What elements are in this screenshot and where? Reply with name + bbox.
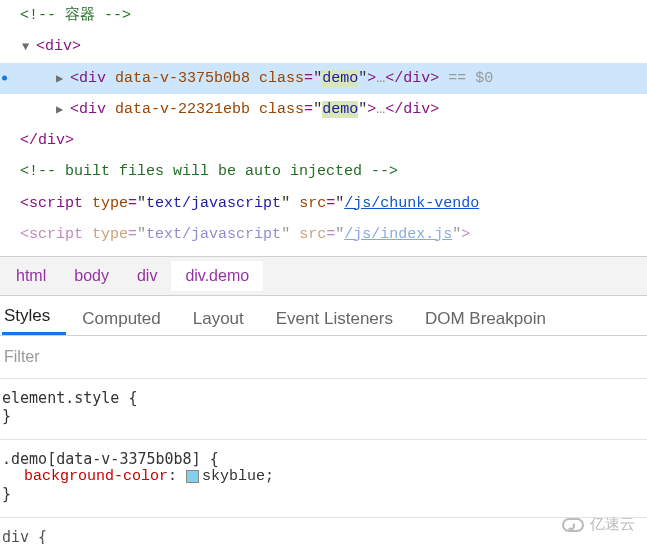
css-property-name: background-color xyxy=(24,468,168,485)
watermark-text: 亿速云 xyxy=(590,515,635,534)
rule-demo-scoped[interactable]: .demo[data-v-3375b0b8] { background-colo… xyxy=(0,440,647,518)
comment-node[interactable]: <!-- built files will be auto injected -… xyxy=(0,156,647,187)
tab-computed[interactable]: Computed xyxy=(80,301,176,335)
color-swatch-icon[interactable] xyxy=(186,470,199,483)
attr-name: class xyxy=(259,101,304,118)
dom-node[interactable]: ▶<div data-v-22321ebb class="demo">…</di… xyxy=(0,94,647,125)
attr-name: src xyxy=(299,226,326,243)
attr-name: data-v-22321ebb xyxy=(115,101,250,118)
rule-cutoff: div { xyxy=(0,518,647,544)
devtools-tabs: Styles Computed Layout Event Listeners D… xyxy=(0,296,647,336)
tag-name: div xyxy=(79,70,106,87)
attr-name: type xyxy=(92,195,128,212)
attr-name: data-v-3375b0b8 xyxy=(115,70,250,87)
expand-arrow-right-icon[interactable]: ▶ xyxy=(56,101,70,120)
styles-rules: element.style { } .demo[data-v-3375b0b8]… xyxy=(0,379,647,544)
breadcrumb: html body div div.demo xyxy=(0,256,647,296)
tag-name: script xyxy=(29,195,83,212)
tag-name: div xyxy=(38,132,65,149)
rule-element-style[interactable]: element.style { } xyxy=(0,379,647,440)
tab-layout[interactable]: Layout xyxy=(191,301,260,335)
selection-dot-icon xyxy=(2,76,7,81)
tag-bracket: > xyxy=(72,38,81,55)
close-tag-div[interactable]: </div> xyxy=(0,125,647,156)
attr-value: demo xyxy=(322,70,358,87)
tag-name: script xyxy=(29,226,83,243)
crumb-div[interactable]: div xyxy=(123,261,171,291)
script-node-cut[interactable]: <script type="text/javascript" src="/js/… xyxy=(0,219,647,250)
rule-close: } xyxy=(2,407,643,425)
rule-close: } xyxy=(2,485,643,503)
tag-name: div xyxy=(45,38,72,55)
tab-styles[interactable]: Styles xyxy=(2,298,66,335)
attr-name: type xyxy=(92,226,128,243)
comment-text: <!-- built files will be auto injected -… xyxy=(20,163,398,180)
css-declaration[interactable]: background-color: skyblue; xyxy=(2,468,643,485)
dom-tree-panel: <!-- 容器 --> ▼<div> ▶<div data-v-3375b0b8… xyxy=(0,0,647,256)
tab-event-listeners[interactable]: Event Listeners xyxy=(274,301,409,335)
attr-value: text/javascript xyxy=(146,195,281,212)
filter-placeholder: Filter xyxy=(4,348,40,365)
styles-filter-row[interactable]: Filter xyxy=(0,336,647,379)
crumb-html[interactable]: html xyxy=(2,261,60,291)
comment-text: <!-- 容器 --> xyxy=(20,7,131,24)
comment-node[interactable]: <!-- 容器 --> xyxy=(0,0,647,31)
ellipsis[interactable]: … xyxy=(376,70,385,87)
attr-name: src xyxy=(299,195,326,212)
cloud-icon xyxy=(562,518,584,532)
expand-arrow-down-icon[interactable]: ▼ xyxy=(22,38,36,57)
attr-value-link[interactable]: /js/index.js xyxy=(344,226,452,243)
crumb-div-demo[interactable]: div.demo xyxy=(171,261,263,291)
tag-name: div xyxy=(79,101,106,118)
selected-indicator: == $0 xyxy=(448,70,493,87)
crumb-body[interactable]: body xyxy=(60,261,123,291)
attr-value: text/javascript xyxy=(146,226,281,243)
attr-value: demo xyxy=(322,101,358,118)
rule-selector: div { xyxy=(2,528,643,544)
ellipsis[interactable]: … xyxy=(376,101,385,118)
expand-arrow-right-icon[interactable]: ▶ xyxy=(56,70,70,89)
rule-selector: element.style { xyxy=(2,389,643,407)
watermark: 亿速云 xyxy=(562,515,635,534)
tag-bracket: < xyxy=(36,38,45,55)
tab-dom-breakpoints[interactable]: DOM Breakpoin xyxy=(423,301,562,335)
css-property-value: skyblue xyxy=(202,468,265,485)
attr-value-link[interactable]: /js/chunk-vendo xyxy=(344,195,479,212)
attr-name: class xyxy=(259,70,304,87)
open-tag-div[interactable]: ▼<div> xyxy=(0,31,647,62)
script-node[interactable]: <script type="text/javascript" src="/js/… xyxy=(0,188,647,219)
rule-selector: .demo[data-v-3375b0b8] { xyxy=(2,450,643,468)
dom-node-selected[interactable]: ▶<div data-v-3375b0b8 class="demo">…</di… xyxy=(0,63,647,94)
